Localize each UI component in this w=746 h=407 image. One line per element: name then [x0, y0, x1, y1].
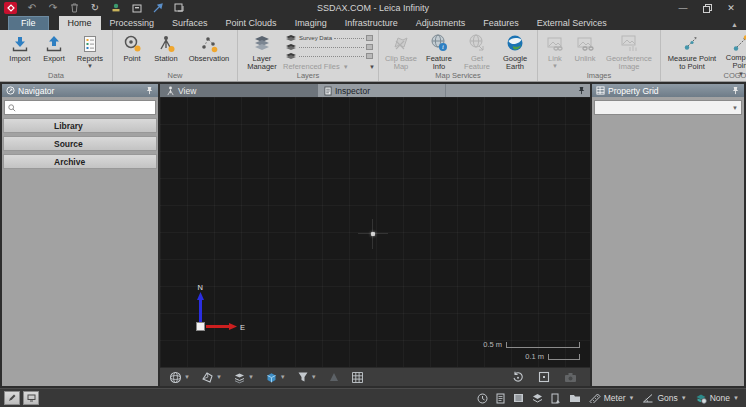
- archive-box-icon[interactable]: [131, 2, 143, 14]
- button-label: Station: [154, 55, 177, 63]
- undo-icon[interactable]: ↶: [26, 2, 38, 14]
- stamp-icon[interactable]: [110, 2, 122, 14]
- inspector-tab-label: Inspector: [335, 86, 370, 96]
- quick-access-toolbar: ↶ ↷ ↻: [0, 2, 185, 14]
- axis-east-label: E: [240, 323, 245, 332]
- georeference-image-button: Georeference Image: [601, 31, 657, 71]
- ribbon-group-images: Link ▼ Unlink Georeference Image Images: [538, 30, 661, 81]
- list-status-icon[interactable]: [513, 393, 524, 403]
- report-edit-status-icon[interactable]: [551, 393, 561, 404]
- svg-text:i: i: [442, 43, 444, 50]
- pin-send-icon[interactable]: [152, 2, 164, 14]
- filter-funnel-icon: [297, 371, 309, 383]
- coordinate-system-button[interactable]: None ▼: [695, 393, 739, 404]
- button-label: Observation: [189, 55, 229, 63]
- button-label: Get Feature: [460, 55, 494, 72]
- google-earth-button[interactable]: Google Earth: [496, 31, 534, 71]
- clock-status-icon[interactable]: [477, 393, 488, 404]
- group-label-images: Images: [538, 71, 660, 81]
- scalebar-label: 0.1 m: [525, 352, 544, 361]
- tab-home[interactable]: Home: [59, 16, 101, 30]
- scalebar-bracket: [548, 354, 580, 360]
- layers-visibility-button[interactable]: ▼: [233, 371, 254, 384]
- restore-button[interactable]: [698, 2, 716, 14]
- window-layout-icon[interactable]: [173, 2, 185, 14]
- navigator-panel: Navigator Library Source Archive: [2, 84, 158, 386]
- refresh-icon[interactable]: ↻: [89, 2, 101, 14]
- referenced-files-button[interactable]: Referenced Files: [283, 62, 340, 71]
- navigator-section-source[interactable]: Source: [3, 136, 157, 151]
- layer-manager-button[interactable]: Layer Manager: [241, 31, 283, 71]
- grid-toggle-button[interactable]: [351, 371, 364, 384]
- tab-infrastructure[interactable]: Infrastructure: [336, 16, 407, 30]
- axis-north-label: N: [198, 283, 203, 292]
- group-label-new: New: [113, 71, 237, 81]
- zoom-extents-button[interactable]: [538, 371, 550, 383]
- graphics-view-canvas[interactable]: N E 0.5 m 0.1 m: [160, 97, 590, 367]
- navigator-section-library[interactable]: Library: [3, 118, 157, 133]
- minimize-button[interactable]: —: [674, 2, 692, 14]
- orbit-mode-button[interactable]: ▼: [169, 371, 190, 384]
- layers-preview-widget[interactable]: Survey Data Referenced Files ▼ ▼: [283, 31, 375, 71]
- tab-inspector[interactable]: Inspector: [318, 84, 446, 97]
- select-prism-icon: [201, 371, 214, 384]
- layers-widget-caret-icon[interactable]: ▼: [369, 64, 375, 70]
- delete-trash-icon[interactable]: [68, 2, 80, 14]
- ribbon: Import Export Reports ▼ Data Point: [0, 30, 746, 82]
- leica-app-logo-icon[interactable]: [4, 2, 17, 14]
- feature-info-button[interactable]: i Feature Info: [420, 31, 458, 71]
- grid-icon: [351, 371, 364, 384]
- export-button[interactable]: Export: [37, 31, 71, 71]
- measure-point-to-point-button[interactable]: Measure Point to Point: [664, 31, 720, 71]
- tab-processing[interactable]: Processing: [101, 16, 164, 30]
- reports-button[interactable]: Reports ▼: [71, 31, 109, 71]
- filter-button[interactable]: ▼: [297, 371, 317, 383]
- tab-point-clouds[interactable]: Point Clouds: [217, 16, 286, 30]
- pin-panel-icon[interactable]: [577, 86, 590, 95]
- pin-panel-icon[interactable]: [145, 86, 154, 95]
- search-input[interactable]: [19, 102, 152, 113]
- tab-external-services[interactable]: External Services: [528, 16, 616, 30]
- folder-status-icon[interactable]: [569, 393, 581, 403]
- ribbon-collapse-icon[interactable]: ▲: [731, 21, 746, 30]
- import-button[interactable]: Import: [3, 31, 37, 71]
- view-station-icon: [166, 86, 175, 96]
- tab-features[interactable]: Features: [474, 16, 528, 30]
- survey-point-marker[interactable]: [371, 232, 375, 236]
- navigator-section-archive[interactable]: Archive: [3, 154, 157, 169]
- display-toggle-button[interactable]: [23, 391, 39, 405]
- navigator-search[interactable]: [4, 100, 156, 115]
- layers-status-icon[interactable]: [532, 393, 543, 403]
- get-feature-icon: [467, 33, 487, 54]
- tab-imaging[interactable]: Imaging: [286, 16, 336, 30]
- view-3d-button[interactable]: ▼: [265, 371, 286, 384]
- document-status-icon[interactable]: [496, 393, 505, 404]
- view-tab-label: View: [178, 86, 196, 96]
- property-object-selector[interactable]: ▼: [594, 100, 742, 115]
- selection-mode-button[interactable]: ▼: [201, 371, 222, 384]
- distance-unit-button[interactable]: Meter ▼: [589, 393, 635, 403]
- compute-point-button[interactable]: Compute Point ▼: [720, 31, 746, 71]
- tab-view[interactable]: View: [160, 84, 318, 97]
- tab-surfaces[interactable]: Surfaces: [163, 16, 217, 30]
- new-observation-button[interactable]: Observation: [184, 31, 234, 71]
- ruler-icon: [589, 393, 601, 403]
- angle-unit-button[interactable]: Gons ▼: [642, 393, 686, 403]
- status-bar: Meter ▼ Gons ▼ None ▼: [0, 388, 746, 407]
- pin-panel-icon[interactable]: [731, 86, 740, 95]
- button-label: Measure Point to Point: [666, 55, 718, 72]
- measure-point-to-point-icon: [682, 33, 702, 54]
- ribbon-group-map-services: Clip Base Map i Feature Info Get Feature…: [379, 30, 538, 81]
- edit-toggle-button[interactable]: [4, 391, 20, 405]
- redo-icon[interactable]: ↷: [47, 2, 59, 14]
- close-button[interactable]: ✕: [722, 2, 740, 14]
- mini-layers-icon: [285, 43, 297, 50]
- view-panel: View Inspector N E 0.5 m 0.1 m: [160, 84, 590, 386]
- tab-adjustments[interactable]: Adjustments: [407, 16, 475, 30]
- reset-rotation-button[interactable]: [512, 371, 524, 383]
- new-station-button[interactable]: Station: [148, 31, 184, 71]
- cone-indicator: [328, 371, 340, 383]
- new-point-button[interactable]: Point: [116, 31, 148, 71]
- tab-file[interactable]: File: [8, 16, 49, 30]
- monitor-icon: [27, 394, 36, 402]
